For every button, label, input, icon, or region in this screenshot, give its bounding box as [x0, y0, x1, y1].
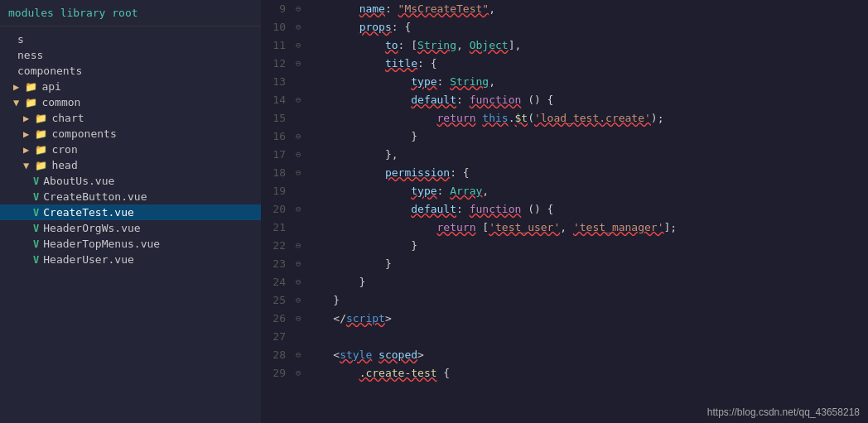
fold-17: ⊖ [296, 146, 306, 164]
ln-10: 10 [261, 18, 286, 36]
sidebar-header-prefix: modules [8, 7, 54, 19]
folder-icon: ▶ 📁 [23, 128, 47, 140]
code-line-11: ⊖ to: [String, Object], [292, 36, 868, 55]
code-line-21: return ['test_user', 'test_manager']; [292, 219, 868, 237]
sidebar-item-label: cron [51, 143, 77, 156]
code-line-17: ⊖ }, [292, 146, 868, 164]
sidebar-item-label: HeaderTopMenus.vue [43, 238, 160, 250]
ln-25: 25 [261, 291, 286, 310]
ln-18: 18 [261, 164, 286, 182]
fold-22: ⊖ [296, 237, 306, 255]
fold-24: ⊖ [296, 273, 306, 291]
sidebar-item-headeruser[interactable]: V HeaderUser.vue [0, 252, 261, 267]
fold-28: ⊖ [296, 346, 306, 364]
sidebar-item-label: common [41, 96, 80, 108]
watermark: https://blog.csdn.net/qq_43658218 [707, 406, 860, 418]
fold-23: ⊖ [296, 255, 306, 273]
vue-icon: V [33, 175, 39, 187]
ln-27: 27 [261, 328, 286, 346]
ln-28: 28 [261, 346, 286, 364]
code-line-27 [292, 328, 868, 346]
ln-11: 11 [261, 36, 286, 55]
code-line-25: ⊖ } [292, 291, 868, 310]
ln-17: 17 [261, 146, 286, 164]
sidebar-item-label: s [17, 33, 24, 46]
ln-15: 15 [261, 109, 286, 127]
sidebar-item-label: HeaderOrgWs.vue [43, 222, 140, 234]
sidebar-item-label: CreateButton.vue [43, 190, 147, 203]
ln-13: 13 [261, 73, 286, 91]
sidebar-item-api[interactable]: ▶ 📁 api [0, 79, 261, 94]
sidebar-item-common[interactable]: ▼ 📁 common [0, 94, 261, 110]
sidebar-item-createbutton[interactable]: V CreateButton.vue [0, 189, 261, 204]
code-line-12: ⊖ title: { [292, 55, 868, 73]
code-line-9: ⊖ name: "MsCreateTest", [292, 0, 868, 18]
sidebar-item-label: components [17, 65, 82, 77]
fold-9: ⊖ [296, 0, 306, 18]
code-line-19: type: Array, [292, 182, 868, 200]
sidebar-item-head[interactable]: ▼ 📁 head [0, 157, 261, 173]
sidebar-item-headerorgws[interactable]: V HeaderOrgWs.vue [0, 220, 261, 236]
line-numbers: 9 10 11 12 13 14 15 16 17 18 19 20 21 22… [261, 0, 292, 423]
code-line-18: ⊖ permission: { [292, 164, 868, 182]
ln-29: 29 [261, 364, 286, 382]
folder-icon: ▶ 📁 [13, 81, 37, 93]
code-line-28: ⊖ <style scoped> [292, 346, 868, 364]
ln-9: 9 [261, 0, 286, 18]
sidebar-item-components[interactable]: components [0, 63, 261, 79]
sidebar-tree: s ness components ▶ 📁 api ▼ 📁 common ▶ 📁… [0, 26, 261, 423]
vue-icon: V [33, 191, 39, 203]
fold-21 [296, 219, 306, 237]
fold-19 [296, 182, 306, 200]
ln-19: 19 [261, 182, 286, 200]
code-area: 9 10 11 12 13 14 15 16 17 18 19 20 21 22… [261, 0, 868, 423]
code-line-14: ⊖ default: function () { [292, 91, 868, 109]
sidebar-item-label: AboutUs.vue [43, 175, 114, 187]
code-line-16: ⊖ } [292, 127, 868, 146]
code-lines[interactable]: ⊖ name: "MsCreateTest", ⊖ props: { ⊖ to:… [292, 0, 868, 423]
code-line-10: ⊖ props: { [292, 18, 868, 36]
ln-23: 23 [261, 255, 286, 273]
ln-14: 14 [261, 91, 286, 109]
code-line-20: ⊖ default: function () { [292, 200, 868, 219]
fold-27 [296, 328, 306, 346]
code-line-13: type: String, [292, 73, 868, 91]
code-editor[interactable]: 9 10 11 12 13 14 15 16 17 18 19 20 21 22… [261, 0, 868, 423]
fold-20: ⊖ [296, 200, 306, 219]
code-line-15: return this.$t('load_test.create'); [292, 109, 868, 127]
sidebar-item-headertopmenu[interactable]: V HeaderTopMenus.vue [0, 236, 261, 252]
code-line-24: ⊖ } [292, 273, 868, 291]
sidebar-item-label: HeaderUser.vue [43, 253, 134, 266]
sidebar-item-aboutus[interactable]: V AboutUs.vue [0, 173, 261, 189]
vue-icon: V [33, 238, 39, 250]
ln-21: 21 [261, 219, 286, 237]
sidebar-header: modules library root [0, 0, 261, 26]
fold-11: ⊖ [296, 36, 306, 55]
fold-14: ⊖ [296, 91, 306, 109]
sidebar-item-components2[interactable]: ▶ 📁 components [0, 126, 261, 142]
code-line-23: ⊖ } [292, 255, 868, 273]
code-line-29: ⊖ .create-test { [292, 364, 868, 382]
folder-icon: ▶ 📁 [23, 144, 47, 156]
sidebar-item-label: head [51, 159, 77, 171]
sidebar-item-label: ness [17, 49, 43, 61]
code-line-22: ⊖ } [292, 237, 868, 255]
sidebar-item-label: CreateTest.vue [43, 206, 134, 219]
fold-16: ⊖ [296, 127, 306, 146]
sidebar-item-cron[interactable]: ▶ 📁 cron [0, 142, 261, 157]
sidebar-item-s[interactable]: s [0, 31, 261, 47]
fold-12: ⊖ [296, 55, 306, 73]
fold-29: ⊖ [296, 364, 306, 382]
fold-15 [296, 109, 306, 127]
ln-16: 16 [261, 127, 286, 146]
vue-icon: V [33, 223, 39, 234]
ln-24: 24 [261, 273, 286, 291]
ln-26: 26 [261, 310, 286, 328]
sidebar-item-label: components [51, 127, 116, 140]
fold-13 [296, 73, 306, 91]
fold-26: ⊖ [296, 310, 306, 328]
sidebar: modules library root s ness components ▶… [0, 0, 261, 423]
sidebar-item-ness[interactable]: ness [0, 47, 261, 63]
sidebar-item-chart[interactable]: ▶ 📁 chart [0, 110, 261, 126]
sidebar-item-createtest[interactable]: V CreateTest.vue [0, 204, 261, 220]
